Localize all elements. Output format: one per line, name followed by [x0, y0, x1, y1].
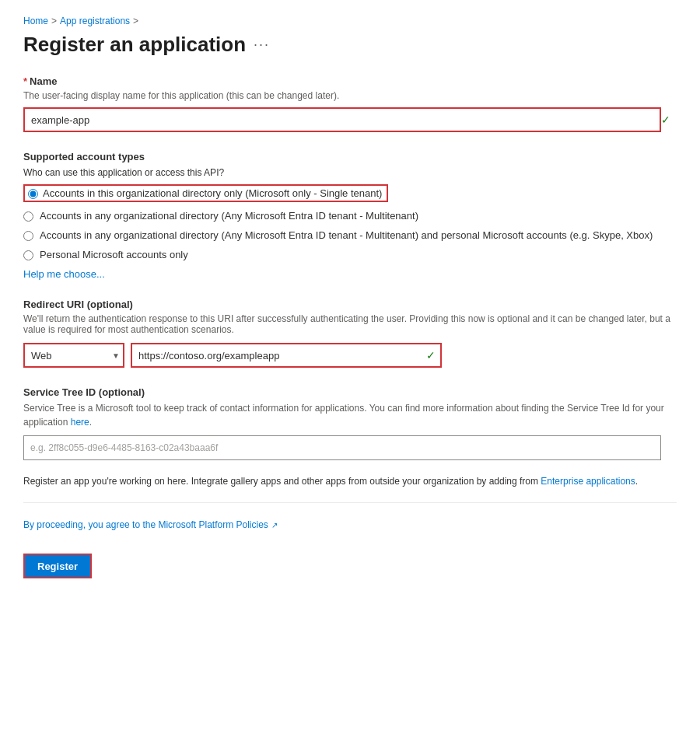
account-type-option-2[interactable]: Accounts in any organizational directory…	[23, 210, 677, 222]
redirect-uri-section: Redirect URI (optional) We'll return the…	[23, 299, 677, 368]
name-input-checkmark: ✓	[661, 114, 670, 126]
account-type-label-4[interactable]: Personal Microsoft accounts only	[40, 249, 188, 260]
breadcrumb-sep1: >	[51, 16, 57, 26]
service-tree-here-link[interactable]: here	[71, 417, 89, 428]
account-type-label-1[interactable]: Accounts in this organizational director…	[43, 187, 382, 199]
redirect-uri-row: Web SPA Public client/native (mobile & d…	[23, 343, 677, 368]
policy-link[interactable]: By proceeding, you agree to the Microsof…	[23, 519, 278, 530]
service-tree-label: Service Tree ID (optional)	[23, 386, 677, 398]
name-label: *Name	[23, 75, 677, 87]
more-options-icon[interactable]: ···	[254, 37, 270, 53]
account-type-option-4[interactable]: Personal Microsoft accounts only	[23, 249, 677, 260]
redirect-type-select[interactable]: Web SPA Public client/native (mobile & d…	[23, 343, 124, 368]
external-link-icon: ↗	[271, 521, 278, 529]
account-types-who-label: Who can use this application or access t…	[23, 167, 677, 178]
breadcrumb: Home > App registrations >	[23, 16, 677, 26]
service-tree-description: Service Tree is a Microsoft tool to keep…	[23, 401, 677, 429]
enterprise-applications-link[interactable]: Enterprise applications	[541, 476, 635, 487]
account-type-radio-2[interactable]	[23, 211, 33, 222]
name-description: The user-facing display name for this ap…	[23, 90, 677, 101]
policy-text: By proceeding, you agree to the Microsof…	[23, 519, 268, 530]
account-type-radio-1[interactable]	[28, 189, 38, 199]
register-button[interactable]: Register	[23, 554, 92, 578]
bottom-note: Register an app you're working on here. …	[23, 476, 677, 487]
redirect-uri-description: We'll return the authentication response…	[23, 313, 677, 335]
account-type-option-3[interactable]: Accounts in any organizational directory…	[23, 229, 677, 241]
redirect-uri-input-wrapper: ✓	[131, 343, 442, 368]
name-input-wrapper: ✓	[23, 107, 677, 132]
page-title-row: Register an application ···	[23, 33, 677, 57]
account-type-label-2[interactable]: Accounts in any organizational directory…	[40, 210, 418, 222]
service-tree-section: Service Tree ID (optional) Service Tree …	[23, 386, 677, 460]
redirect-uri-input[interactable]	[131, 343, 442, 368]
policy-row: By proceeding, you agree to the Microsof…	[23, 519, 677, 543]
account-type-option-1[interactable]: Accounts in this organizational director…	[23, 184, 677, 202]
name-input[interactable]	[23, 107, 661, 132]
account-type-radio-4[interactable]	[23, 250, 33, 260]
account-types-label: Supported account types	[23, 151, 677, 162]
account-type-label-3[interactable]: Accounts in any organizational directory…	[40, 229, 653, 241]
required-star: *	[23, 75, 27, 87]
name-section: *Name The user-facing display name for t…	[23, 75, 677, 132]
help-me-choose-link[interactable]: Help me choose...	[23, 268, 105, 280]
page-title: Register an application	[23, 33, 246, 57]
account-type-radio-group: Accounts in this organizational director…	[23, 184, 677, 260]
redirect-type-select-wrapper: Web SPA Public client/native (mobile & d…	[23, 343, 124, 368]
breadcrumb-sep2: >	[133, 16, 138, 26]
service-tree-id-input[interactable]	[23, 435, 661, 460]
divider	[23, 502, 677, 503]
account-types-section: Supported account types Who can use this…	[23, 151, 677, 280]
account-type-radio-3[interactable]	[23, 231, 33, 241]
uri-input-checkmark: ✓	[426, 349, 436, 362]
breadcrumb-home[interactable]: Home	[23, 16, 48, 26]
redirect-uri-label: Redirect URI (optional)	[23, 299, 677, 310]
breadcrumb-app-registrations[interactable]: App registrations	[60, 16, 130, 26]
